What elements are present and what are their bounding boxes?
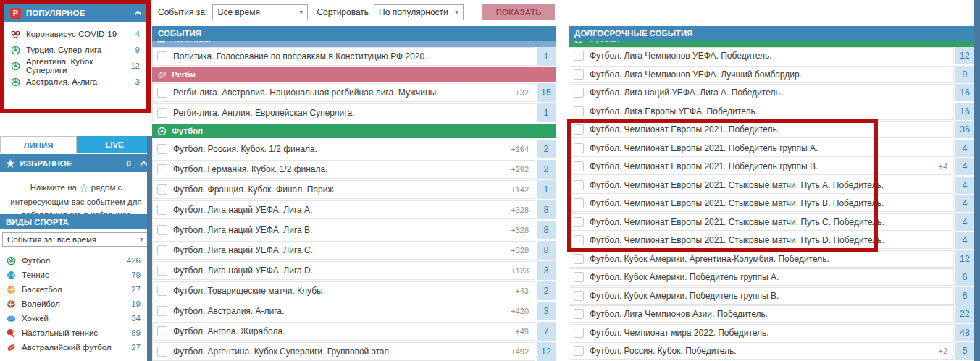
event-checkbox[interactable]	[157, 306, 167, 316]
event-checkbox[interactable]	[157, 51, 167, 61]
event-checkbox[interactable]	[574, 254, 584, 264]
event-row[interactable]: Футбол. Россия. Кубок. Победитель. +2 5	[569, 342, 974, 360]
sport-item[interactable]: Хоккей 34	[0, 311, 147, 326]
event-checkbox[interactable]	[574, 272, 584, 282]
event-row[interactable]: Футбол. Лига наций УЕФА. Лига D. +123 3	[152, 261, 556, 280]
event-row[interactable]: Футбол. Чемпионат Европы 2021. Стыковые …	[569, 177, 974, 194]
sport-item[interactable]: Футбол 426	[0, 253, 147, 268]
page-scrollbar[interactable]	[974, 0, 980, 361]
sport-item-label: Баскетбол	[22, 285, 131, 294]
event-row[interactable]: Футбол. Кубок Америки. Победитель группы…	[569, 268, 974, 286]
star-icon: ★	[6, 158, 15, 169]
event-row[interactable]: Футбол. Германия. Кубок. 1/2 финала. +29…	[152, 160, 556, 179]
event-row[interactable]: Регби-лига. Австралия. Национальная регб…	[152, 83, 556, 102]
event-checkbox[interactable]	[157, 205, 167, 215]
event-row[interactable]: Футбол. Товарищеские матчи. Клубы. +43 2	[152, 281, 556, 300]
event-checkbox[interactable]	[574, 328, 584, 338]
event-row[interactable]: Футбол. Лига Чемпионов УЕФА. Лучший бомб…	[569, 66, 974, 83]
event-count: 1	[537, 47, 556, 66]
event-checkbox[interactable]	[574, 180, 584, 190]
show-button[interactable]: ПОКАЗАТЬ	[482, 4, 555, 20]
event-row[interactable]: Футбол. Австралия. А-лига. +420 3	[152, 302, 556, 320]
favorites-header[interactable]: ★ ИЗБРАННОЕ 0	[0, 154, 152, 172]
popular-item[interactable]: Австралия. А-лига 3	[4, 74, 146, 90]
event-checkbox[interactable]	[574, 309, 584, 319]
event-row[interactable]: Футбол. Чемпионат Европы 2021. Стыковые …	[569, 195, 974, 212]
event-checkbox[interactable]	[157, 326, 167, 336]
event-checkbox[interactable]	[574, 51, 584, 61]
event-row[interactable]: Футбол. Кубок Америки. Победитель группы…	[569, 287, 974, 305]
event-row[interactable]: Футбол. Чемпионат Европы 2021. Победител…	[569, 140, 974, 157]
popular-item[interactable]: Турция. Супер-лига 9	[4, 42, 146, 58]
event-checkbox[interactable]	[574, 198, 584, 208]
event-checkbox[interactable]	[574, 69, 584, 80]
sport-item[interactable]: Баскетбол 27	[0, 282, 147, 297]
sport-item-count: 19	[131, 300, 141, 308]
event-row[interactable]: Футбол. Кубок Америки. Аргентина-Колумби…	[569, 250, 974, 268]
event-label: Футбол. Товарищеские матчи. Клубы.	[173, 286, 515, 296]
event-checkbox[interactable]	[157, 144, 167, 154]
sidebar-period-select[interactable]: События за: все время ▾	[2, 232, 148, 247]
section-football-partial[interactable]: Футбол	[569, 41, 974, 47]
sport-item[interactable]: Настольный теннис 89	[0, 326, 147, 340]
event-checkbox[interactable]	[574, 161, 584, 171]
sidebar-scrollbar[interactable]	[147, 136, 152, 361]
event-row[interactable]: Футбол. Лига Чемпионов УЕФА. Победитель.…	[569, 47, 974, 64]
event-checkbox[interactable]	[157, 225, 167, 235]
event-checkbox[interactable]	[157, 286, 167, 296]
chevron-up-icon[interactable]	[135, 11, 142, 18]
sport-item-label: Теннис	[22, 271, 131, 279]
event-checkbox[interactable]	[574, 346, 584, 356]
event-row[interactable]: Футбол. Чемпионат мира 2022. Победитель.…	[569, 324, 974, 341]
sport-item[interactable]: Волейбол 19	[0, 297, 147, 311]
event-row[interactable]: Футбол. Чемпионат Европы 2021. Победител…	[569, 158, 974, 175]
section-football-header[interactable]: Футбол	[152, 124, 556, 138]
sort-select[interactable]: По популярности ▾	[374, 4, 464, 20]
event-row[interactable]: Футбол. Лига наций УЕФА. Лига C. +328 8	[152, 241, 556, 260]
event-row[interactable]: Футбол. Лига наций УЕФА. Лига B. +328 8	[152, 221, 556, 239]
event-row[interactable]: Регби-лига. Англия. Европейская Суперлиг…	[152, 103, 556, 122]
event-row[interactable]: Футбол. Лига Европы УЕФА. Победитель. 16	[569, 103, 974, 120]
event-row[interactable]: Футбол. Лига Чемпионов Азии. Победитель.…	[569, 305, 974, 323]
section-rugby-header[interactable]: Регби	[152, 67, 556, 82]
event-row[interactable]: Футбол. Франция. Кубок. Финал. Париж. +1…	[152, 180, 556, 199]
event-checkbox[interactable]	[157, 88, 167, 98]
event-checkbox[interactable]	[574, 88, 584, 98]
event-checkbox[interactable]	[574, 217, 584, 227]
popular-header[interactable]: Р ПОПУЛЯРНОЕ	[4, 4, 146, 22]
rugby-icon	[157, 70, 167, 80]
event-checkbox[interactable]	[574, 106, 584, 116]
event-checkbox[interactable]	[157, 108, 167, 118]
event-checkbox[interactable]	[574, 291, 584, 301]
event-row[interactable]: Футбол. Чемпионат Европы 2021. Стыковые …	[569, 232, 974, 249]
tab-live[interactable]: LIVE	[77, 136, 152, 153]
sport-item[interactable]: Теннис 79	[0, 268, 147, 282]
period-select[interactable]: Все время ▾	[212, 4, 308, 20]
section-politics-partial[interactable]: 🏛 Политика	[152, 41, 556, 47]
tab-line[interactable]: ЛИНИЯ	[0, 136, 77, 153]
event-row[interactable]: Футбол. Россия. Кубок. 1/2 финала. +164 …	[152, 140, 556, 158]
event-row[interactable]: Футбол. Чемпионат Европы 2021. Победител…	[569, 121, 974, 138]
event-label: Футбол. Германия. Кубок. 1/2 финала.	[173, 164, 511, 174]
event-checkbox[interactable]	[157, 245, 167, 255]
event-checkbox[interactable]	[157, 347, 167, 357]
event-checkbox[interactable]	[574, 124, 584, 135]
chevron-up-icon[interactable]	[141, 161, 148, 168]
event-row[interactable]: Футбол. Чемпионат Европы 2021. Стыковые …	[569, 213, 974, 231]
event-checkbox[interactable]	[157, 164, 167, 174]
event-row[interactable]: Футбол. Аргентина. Кубок Суперлиги. Груп…	[152, 342, 556, 361]
sport-item[interactable]: Австралийский футбол 27	[0, 340, 147, 354]
event-checkbox[interactable]	[574, 235, 584, 245]
event-checkbox[interactable]	[157, 184, 167, 195]
event-row[interactable]: Политика. Голосование по поправкам в Кон…	[152, 47, 556, 66]
favorites-count: 0	[127, 159, 131, 168]
event-row[interactable]: Футбол. Лига наций УЕФА. Лига А. +328 8	[152, 200, 556, 219]
event-row[interactable]: Футбол. Ангола. Жирабола. +49 7	[152, 322, 556, 341]
popular-item[interactable]: Коронавирус COVID-19 4	[4, 26, 146, 42]
event-count: 12	[955, 250, 974, 268]
event-checkbox[interactable]	[574, 143, 584, 153]
popular-item[interactable]: Аргентина. Кубок Суперлиги 12	[4, 58, 146, 74]
event-checkbox[interactable]	[157, 266, 167, 276]
popular-item-label: Австралия. А-лига	[26, 77, 135, 86]
event-row[interactable]: Футбол. Лига наций УЕФА. Лига А. Победит…	[569, 84, 974, 101]
